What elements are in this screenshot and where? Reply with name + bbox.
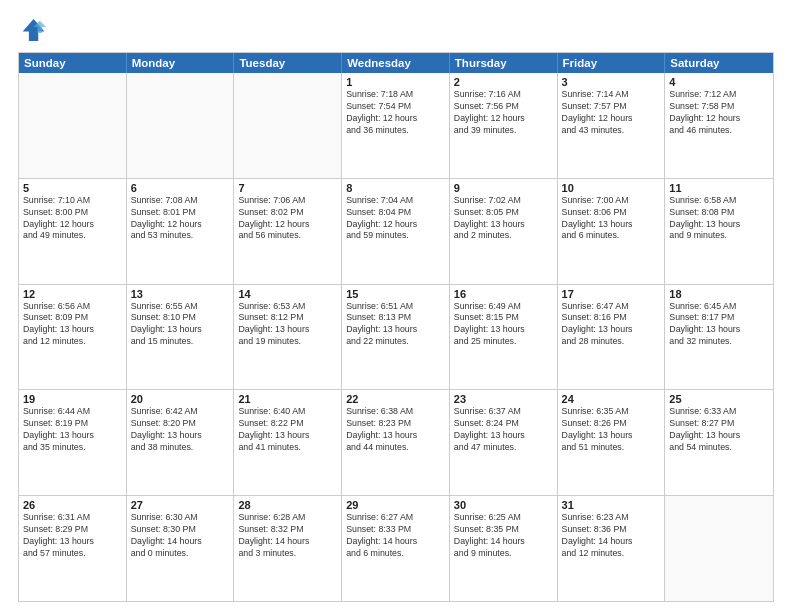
calendar-cell-28: 28Sunrise: 6:28 AM Sunset: 8:32 PM Dayli… bbox=[234, 496, 342, 601]
day-info: Sunrise: 7:08 AM Sunset: 8:01 PM Dayligh… bbox=[131, 195, 230, 243]
day-number: 31 bbox=[562, 499, 661, 511]
day-number: 10 bbox=[562, 182, 661, 194]
logo-icon bbox=[18, 16, 46, 44]
calendar-cell-31: 31Sunrise: 6:23 AM Sunset: 8:36 PM Dayli… bbox=[558, 496, 666, 601]
day-number: 14 bbox=[238, 288, 337, 300]
calendar-cell-15: 15Sunrise: 6:51 AM Sunset: 8:13 PM Dayli… bbox=[342, 285, 450, 390]
day-info: Sunrise: 7:14 AM Sunset: 7:57 PM Dayligh… bbox=[562, 89, 661, 137]
day-info: Sunrise: 6:28 AM Sunset: 8:32 PM Dayligh… bbox=[238, 512, 337, 560]
day-number: 4 bbox=[669, 76, 769, 88]
day-info: Sunrise: 6:27 AM Sunset: 8:33 PM Dayligh… bbox=[346, 512, 445, 560]
calendar-cell-empty bbox=[234, 73, 342, 178]
calendar-cell-11: 11Sunrise: 6:58 AM Sunset: 8:08 PM Dayli… bbox=[665, 179, 773, 284]
calendar-cell-10: 10Sunrise: 7:00 AM Sunset: 8:06 PM Dayli… bbox=[558, 179, 666, 284]
day-number: 12 bbox=[23, 288, 122, 300]
calendar-cell-5: 5Sunrise: 7:10 AM Sunset: 8:00 PM Daylig… bbox=[19, 179, 127, 284]
calendar-cell-26: 26Sunrise: 6:31 AM Sunset: 8:29 PM Dayli… bbox=[19, 496, 127, 601]
day-info: Sunrise: 6:37 AM Sunset: 8:24 PM Dayligh… bbox=[454, 406, 553, 454]
day-info: Sunrise: 6:35 AM Sunset: 8:26 PM Dayligh… bbox=[562, 406, 661, 454]
day-number: 28 bbox=[238, 499, 337, 511]
calendar-cell-27: 27Sunrise: 6:30 AM Sunset: 8:30 PM Dayli… bbox=[127, 496, 235, 601]
calendar-cell-30: 30Sunrise: 6:25 AM Sunset: 8:35 PM Dayli… bbox=[450, 496, 558, 601]
calendar-cell-25: 25Sunrise: 6:33 AM Sunset: 8:27 PM Dayli… bbox=[665, 390, 773, 495]
day-number: 21 bbox=[238, 393, 337, 405]
day-number: 11 bbox=[669, 182, 769, 194]
day-number: 17 bbox=[562, 288, 661, 300]
calendar-cell-18: 18Sunrise: 6:45 AM Sunset: 8:17 PM Dayli… bbox=[665, 285, 773, 390]
calendar-cell-2: 2Sunrise: 7:16 AM Sunset: 7:56 PM Daylig… bbox=[450, 73, 558, 178]
weekday-header-sunday: Sunday bbox=[19, 53, 127, 73]
calendar-cell-22: 22Sunrise: 6:38 AM Sunset: 8:23 PM Dayli… bbox=[342, 390, 450, 495]
weekday-header-wednesday: Wednesday bbox=[342, 53, 450, 73]
day-info: Sunrise: 6:44 AM Sunset: 8:19 PM Dayligh… bbox=[23, 406, 122, 454]
day-info: Sunrise: 6:40 AM Sunset: 8:22 PM Dayligh… bbox=[238, 406, 337, 454]
day-info: Sunrise: 6:38 AM Sunset: 8:23 PM Dayligh… bbox=[346, 406, 445, 454]
day-number: 25 bbox=[669, 393, 769, 405]
calendar: SundayMondayTuesdayWednesdayThursdayFrid… bbox=[18, 52, 774, 602]
day-info: Sunrise: 7:12 AM Sunset: 7:58 PM Dayligh… bbox=[669, 89, 769, 137]
page: SundayMondayTuesdayWednesdayThursdayFrid… bbox=[0, 0, 792, 612]
day-number: 7 bbox=[238, 182, 337, 194]
calendar-cell-21: 21Sunrise: 6:40 AM Sunset: 8:22 PM Dayli… bbox=[234, 390, 342, 495]
calendar-cell-16: 16Sunrise: 6:49 AM Sunset: 8:15 PM Dayli… bbox=[450, 285, 558, 390]
logo bbox=[18, 16, 50, 44]
day-number: 5 bbox=[23, 182, 122, 194]
header bbox=[18, 16, 774, 44]
calendar-cell-23: 23Sunrise: 6:37 AM Sunset: 8:24 PM Dayli… bbox=[450, 390, 558, 495]
day-number: 8 bbox=[346, 182, 445, 194]
day-info: Sunrise: 6:53 AM Sunset: 8:12 PM Dayligh… bbox=[238, 301, 337, 349]
day-info: Sunrise: 6:31 AM Sunset: 8:29 PM Dayligh… bbox=[23, 512, 122, 560]
calendar-cell-empty bbox=[19, 73, 127, 178]
calendar-row-5: 26Sunrise: 6:31 AM Sunset: 8:29 PM Dayli… bbox=[19, 495, 773, 601]
day-info: Sunrise: 6:51 AM Sunset: 8:13 PM Dayligh… bbox=[346, 301, 445, 349]
day-number: 29 bbox=[346, 499, 445, 511]
calendar-cell-1: 1Sunrise: 7:18 AM Sunset: 7:54 PM Daylig… bbox=[342, 73, 450, 178]
weekday-header-saturday: Saturday bbox=[665, 53, 773, 73]
day-info: Sunrise: 6:47 AM Sunset: 8:16 PM Dayligh… bbox=[562, 301, 661, 349]
calendar-row-3: 12Sunrise: 6:56 AM Sunset: 8:09 PM Dayli… bbox=[19, 284, 773, 390]
weekday-header-monday: Monday bbox=[127, 53, 235, 73]
day-number: 1 bbox=[346, 76, 445, 88]
day-info: Sunrise: 6:25 AM Sunset: 8:35 PM Dayligh… bbox=[454, 512, 553, 560]
day-number: 23 bbox=[454, 393, 553, 405]
day-number: 3 bbox=[562, 76, 661, 88]
day-number: 19 bbox=[23, 393, 122, 405]
calendar-cell-8: 8Sunrise: 7:04 AM Sunset: 8:04 PM Daylig… bbox=[342, 179, 450, 284]
day-number: 26 bbox=[23, 499, 122, 511]
day-info: Sunrise: 6:58 AM Sunset: 8:08 PM Dayligh… bbox=[669, 195, 769, 243]
day-info: Sunrise: 6:30 AM Sunset: 8:30 PM Dayligh… bbox=[131, 512, 230, 560]
day-info: Sunrise: 6:33 AM Sunset: 8:27 PM Dayligh… bbox=[669, 406, 769, 454]
day-info: Sunrise: 6:45 AM Sunset: 8:17 PM Dayligh… bbox=[669, 301, 769, 349]
day-info: Sunrise: 6:55 AM Sunset: 8:10 PM Dayligh… bbox=[131, 301, 230, 349]
day-number: 27 bbox=[131, 499, 230, 511]
calendar-cell-20: 20Sunrise: 6:42 AM Sunset: 8:20 PM Dayli… bbox=[127, 390, 235, 495]
day-number: 18 bbox=[669, 288, 769, 300]
day-info: Sunrise: 7:10 AM Sunset: 8:00 PM Dayligh… bbox=[23, 195, 122, 243]
day-number: 6 bbox=[131, 182, 230, 194]
day-number: 22 bbox=[346, 393, 445, 405]
day-number: 2 bbox=[454, 76, 553, 88]
calendar-header: SundayMondayTuesdayWednesdayThursdayFrid… bbox=[19, 53, 773, 73]
calendar-cell-7: 7Sunrise: 7:06 AM Sunset: 8:02 PM Daylig… bbox=[234, 179, 342, 284]
calendar-cell-19: 19Sunrise: 6:44 AM Sunset: 8:19 PM Dayli… bbox=[19, 390, 127, 495]
calendar-cell-6: 6Sunrise: 7:08 AM Sunset: 8:01 PM Daylig… bbox=[127, 179, 235, 284]
calendar-cell-17: 17Sunrise: 6:47 AM Sunset: 8:16 PM Dayli… bbox=[558, 285, 666, 390]
calendar-cell-empty bbox=[665, 496, 773, 601]
day-info: Sunrise: 7:18 AM Sunset: 7:54 PM Dayligh… bbox=[346, 89, 445, 137]
calendar-cell-29: 29Sunrise: 6:27 AM Sunset: 8:33 PM Dayli… bbox=[342, 496, 450, 601]
day-number: 20 bbox=[131, 393, 230, 405]
calendar-cell-9: 9Sunrise: 7:02 AM Sunset: 8:05 PM Daylig… bbox=[450, 179, 558, 284]
day-number: 24 bbox=[562, 393, 661, 405]
day-info: Sunrise: 7:00 AM Sunset: 8:06 PM Dayligh… bbox=[562, 195, 661, 243]
day-info: Sunrise: 6:56 AM Sunset: 8:09 PM Dayligh… bbox=[23, 301, 122, 349]
day-info: Sunrise: 7:16 AM Sunset: 7:56 PM Dayligh… bbox=[454, 89, 553, 137]
day-number: 15 bbox=[346, 288, 445, 300]
calendar-cell-14: 14Sunrise: 6:53 AM Sunset: 8:12 PM Dayli… bbox=[234, 285, 342, 390]
calendar-cell-24: 24Sunrise: 6:35 AM Sunset: 8:26 PM Dayli… bbox=[558, 390, 666, 495]
day-number: 16 bbox=[454, 288, 553, 300]
calendar-cell-12: 12Sunrise: 6:56 AM Sunset: 8:09 PM Dayli… bbox=[19, 285, 127, 390]
day-number: 13 bbox=[131, 288, 230, 300]
calendar-body: 1Sunrise: 7:18 AM Sunset: 7:54 PM Daylig… bbox=[19, 73, 773, 601]
day-info: Sunrise: 7:02 AM Sunset: 8:05 PM Dayligh… bbox=[454, 195, 553, 243]
calendar-cell-13: 13Sunrise: 6:55 AM Sunset: 8:10 PM Dayli… bbox=[127, 285, 235, 390]
